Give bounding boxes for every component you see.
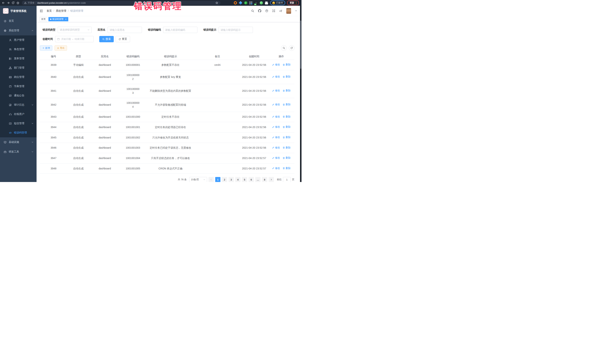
extension-list-icon[interactable]: on	[255, 1, 258, 4]
browser-reload-icon[interactable]	[12, 1, 15, 4]
toggle-search-button[interactable]	[281, 45, 287, 51]
tag-home[interactable]: 首页	[39, 17, 47, 21]
chevron-down-icon	[31, 151, 34, 153]
filter-error-type: 错误码类型 请选择错误码类型	[43, 27, 92, 33]
delete-link[interactable]: 删除	[283, 125, 290, 129]
filter-error-msg: 错误码提示	[203, 27, 253, 33]
edit-link[interactable]: 修改	[272, 146, 280, 150]
delete-link[interactable]: 删除	[283, 146, 290, 150]
close-icon[interactable]	[65, 18, 67, 20]
user-avatar[interactable]	[286, 8, 291, 14]
edit-link[interactable]: 修改	[272, 125, 280, 129]
browser-home-icon[interactable]	[16, 1, 20, 4]
edit-link[interactable]: 修改	[272, 103, 280, 106]
sidebar-item-notice[interactable]: 通知公告	[0, 91, 36, 100]
page-button-2[interactable]: 2	[222, 177, 227, 182]
prev-page-button[interactable]	[209, 177, 214, 182]
error-msg-input[interactable]	[219, 27, 253, 33]
delete-link[interactable]: 删除	[283, 115, 290, 119]
sidebar-item-post[interactable]: 岗位管理	[0, 72, 36, 82]
fullscreen-icon[interactable]	[272, 9, 275, 12]
window-scrollbar[interactable]	[300, 6, 302, 182]
search-icon	[102, 38, 105, 40]
sidebar-item-user[interactable]: 用户管理	[0, 35, 36, 45]
add-button[interactable]: 新增	[40, 45, 52, 51]
sidebar-item-label: 部门管理	[14, 66, 34, 69]
avatar-caret-down-icon[interactable]	[295, 10, 297, 12]
page-button-3[interactable]: 3	[229, 177, 234, 182]
sidebar-item-dept[interactable]: 部门管理	[0, 63, 36, 72]
delete-link[interactable]: 删除	[283, 63, 290, 66]
browser-back-icon[interactable]	[2, 1, 5, 4]
extension-mascot-icon[interactable]	[260, 1, 263, 4]
sidebar-fold-icon[interactable]	[39, 9, 43, 13]
sidebar-item-infra[interactable]: 基础设施	[0, 137, 36, 147]
delete-link[interactable]: 删除	[283, 156, 290, 160]
edit-link[interactable]: 修改	[272, 89, 280, 92]
reset-button[interactable]: 重置	[116, 36, 130, 42]
sidebar-item-online[interactable]: 在线用户	[0, 110, 36, 119]
error-type-select[interactable]: 请选择错误码类型	[58, 27, 92, 33]
sidebar-item-devtools[interactable]: 研发工具	[0, 147, 36, 157]
github-icon[interactable]	[258, 9, 261, 12]
search-button[interactable]: 搜索	[99, 36, 114, 42]
extension-puzzle-icon[interactable]	[265, 1, 268, 4]
sidebar-item-errcode[interactable]: 错误码管理	[0, 128, 36, 137]
app-name-input[interactable]	[108, 27, 142, 33]
edit-link[interactable]: 修改	[272, 115, 280, 119]
font-size-icon[interactable]	[279, 9, 282, 12]
edit-link[interactable]: 修改	[272, 135, 280, 139]
page-button-5[interactable]: 5	[242, 177, 247, 182]
refresh-table-button[interactable]	[289, 45, 294, 51]
paused-extension-pill[interactable]: 已暂停	[270, 0, 285, 5]
row-code: 100100000 3	[120, 84, 146, 98]
browser-forward-icon[interactable]	[7, 1, 10, 4]
extension-green-check-icon[interactable]: ✓	[244, 1, 247, 4]
page-button-8[interactable]: 8	[262, 177, 267, 182]
browser-update-button[interactable]: 更新	[287, 0, 299, 5]
sidebar-item-sms[interactable]: 短信管理	[0, 119, 36, 128]
breadcrumb-home[interactable]: 首页	[46, 9, 56, 13]
sidebar-item-audit[interactable]: 审计日志	[0, 100, 36, 110]
edit-link[interactable]: 修改	[272, 63, 280, 66]
delete-link[interactable]: 删除	[283, 75, 290, 78]
sidebar-item-menu[interactable]: 菜单管理	[0, 54, 36, 63]
date-range-picker[interactable]: 开始日期 - 结束日期	[55, 36, 94, 42]
table-header-row: 编号 类型 应用名 错误码编码 错误码提示 备注 创建时间 操作	[40, 53, 294, 60]
page-button-4[interactable]: 4	[235, 177, 241, 182]
tag-error-code[interactable]: 错误码管理	[48, 17, 68, 21]
extension-orange-ring-icon[interactable]	[234, 1, 237, 4]
export-button[interactable]: 导出	[55, 45, 67, 51]
sidebar-item-home[interactable]: 首页	[0, 16, 36, 26]
row-actions: 修改删除	[268, 163, 294, 174]
extension-grid-icon[interactable]	[249, 1, 253, 5]
edit-link[interactable]: 修改	[272, 156, 280, 160]
scrollbar-thumb[interactable]	[300, 21, 301, 69]
header-search-icon[interactable]	[251, 9, 254, 12]
page-size-select[interactable]: 10条/页	[189, 177, 207, 182]
delete-link[interactable]: 删除	[283, 89, 290, 92]
goto-page-input[interactable]	[283, 177, 291, 182]
pager-ellipsis[interactable]: …	[255, 177, 260, 182]
page-button-6[interactable]: 6	[249, 177, 254, 182]
delete-link[interactable]: 删除	[283, 135, 290, 139]
edit-link[interactable]: 修改	[272, 75, 280, 78]
sidebar-item-dict[interactable]: 字典管理	[0, 82, 36, 91]
breadcrumb-system[interactable]: 系统管理	[56, 9, 70, 13]
kebab-menu-icon[interactable]	[296, 2, 297, 4]
delete-link[interactable]: 删除	[283, 166, 290, 170]
user-icon	[9, 39, 12, 42]
extension-blue-gem-icon[interactable]	[239, 1, 242, 5]
address-bar[interactable]: 不安全 dashboard.yudao.iocoder.cn/system/er…	[22, 1, 220, 5]
sidebar-item-system[interactable]: 系统管理	[0, 26, 36, 35]
delete-link[interactable]: 删除	[283, 103, 290, 106]
bookmark-star-icon[interactable]	[215, 1, 218, 4]
edit-link[interactable]: 修改	[272, 166, 280, 170]
app-logo[interactable]: 芋道管理系统	[0, 6, 36, 16]
next-page-button[interactable]	[269, 177, 274, 182]
error-code-input[interactable]	[163, 27, 197, 33]
page-button-1[interactable]: 1	[215, 177, 220, 182]
sidebar-item-label: 角色管理	[14, 48, 34, 51]
help-icon[interactable]	[265, 9, 268, 12]
sidebar-item-role[interactable]: 角色管理	[0, 45, 36, 54]
